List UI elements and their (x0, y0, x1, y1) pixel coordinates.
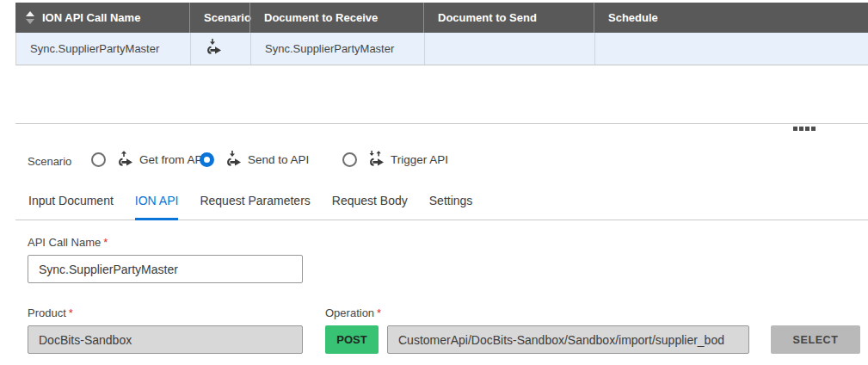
radio-label: Send to API (248, 153, 309, 166)
radio-label: Get from API (139, 153, 206, 166)
radio-send-to-api[interactable]: Send to API (200, 151, 309, 168)
required-asterisk: * (103, 236, 108, 249)
sort-icon[interactable] (26, 11, 34, 24)
product-input[interactable] (28, 325, 303, 354)
table-row[interactable]: Sync.SupplierPartyMaster Sync.SupplierPa… (15, 33, 868, 65)
http-method-badge: POST (325, 325, 379, 354)
radio-circle-selected[interactable] (200, 152, 214, 167)
radio-get-from-api[interactable]: Get from API (91, 151, 206, 168)
column-header-api-call-name[interactable]: ION API Call Name (15, 3, 189, 33)
trigger-api-icon (367, 151, 385, 168)
tab-input-document[interactable]: Input Document (28, 192, 114, 220)
tab-settings[interactable]: Settings (429, 192, 473, 220)
send-to-api-icon (225, 151, 242, 168)
tab-request-body[interactable]: Request Body (332, 192, 408, 220)
product-label: Product* (28, 306, 73, 319)
radio-circle[interactable] (342, 152, 357, 167)
ion-api-config-screen: ION API Call Name Scenario Document to R… (0, 0, 868, 365)
tab-request-parameters[interactable]: Request Parameters (200, 192, 310, 220)
column-header-schedule[interactable]: Schedule (594, 3, 868, 33)
api-call-name-input[interactable] (28, 255, 303, 283)
radio-circle[interactable] (91, 152, 106, 167)
select-button[interactable]: SELECT (771, 325, 860, 354)
panel-divider (15, 123, 868, 124)
required-asterisk: * (69, 306, 73, 319)
api-call-name-label: API Call Name* (28, 236, 108, 249)
cell-document-to-receive: Sync.SupplierPartyMaster (250, 33, 424, 65)
scenario-group-label: Scenario (28, 155, 71, 168)
splitter-handle[interactable] (793, 127, 816, 131)
table-header-row: ION API Call Name Scenario Document to R… (15, 3, 868, 33)
get-from-api-icon (116, 151, 133, 168)
radio-trigger-api[interactable]: Trigger API (342, 151, 448, 168)
cell-schedule (594, 33, 868, 65)
tab-bar: Input Document ION API Request Parameter… (28, 192, 472, 220)
operation-input[interactable] (387, 325, 749, 354)
cell-document-to-send (424, 33, 594, 65)
column-header-label: ION API Call Name (42, 11, 140, 24)
cell-api-call-name: Sync.SupplierPartyMaster (16, 33, 190, 65)
required-asterisk: * (377, 306, 381, 319)
column-header-document-to-send[interactable]: Document to Send (423, 3, 594, 33)
cell-scenario (190, 33, 250, 65)
column-header-document-to-receive[interactable]: Document to Receive (249, 3, 423, 33)
send-to-api-icon (205, 39, 222, 59)
operation-label: Operation* (325, 306, 381, 319)
radio-label: Trigger API (391, 153, 448, 166)
column-header-scenario[interactable]: Scenario (189, 3, 249, 33)
api-calls-table: ION API Call Name Scenario Document to R… (15, 3, 868, 65)
tab-ion-api[interactable]: ION API (135, 192, 179, 220)
